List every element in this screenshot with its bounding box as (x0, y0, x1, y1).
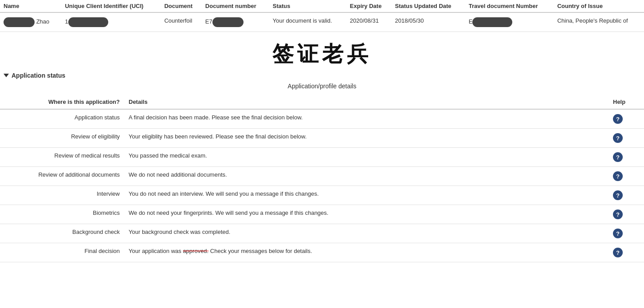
detail-info: We do not need additional documents. (124, 167, 609, 186)
section-title: Application/profile details (0, 83, 644, 90)
help-icon[interactable]: ? (613, 229, 623, 238)
details-table: Where is this application? Details Help … (0, 95, 644, 262)
watermark: 签证老兵 (0, 41, 644, 67)
col-where: Where is this application? (0, 95, 124, 109)
detail-info: Your application was approved. Check you… (124, 243, 609, 262)
table-row: Zhao 1 Counterfoil E7 Your document is v… (0, 12, 644, 32)
detail-row: BiometricsWe do not need your fingerprin… (0, 205, 644, 224)
detail-help[interactable]: ? (609, 167, 644, 186)
detail-info: A final decision has been made. Please s… (124, 109, 609, 129)
detail-where: Interview (0, 186, 124, 205)
detail-where: Review of eligibility (0, 129, 124, 148)
cell-country: China, People's Republic of (554, 12, 644, 32)
detail-info: You do not need an interview. We will se… (124, 186, 609, 205)
detail-where: Biometrics (0, 205, 124, 224)
detail-where: Final decision (0, 243, 124, 262)
col-uci: Unique Client Identifier (UCI) (61, 0, 161, 12)
detail-help[interactable]: ? (609, 243, 644, 262)
help-icon[interactable]: ? (613, 209, 623, 219)
watermark-text: 签证老兵 (272, 40, 372, 68)
detail-help[interactable]: ? (609, 109, 644, 129)
detail-where: Review of medical results (0, 148, 124, 167)
document-table: Name Unique Client Identifier (UCI) Docu… (0, 0, 644, 32)
help-icon[interactable]: ? (613, 171, 623, 181)
detail-help[interactable]: ? (609, 224, 644, 243)
col-country: Country of Issue (554, 0, 644, 12)
approved-text: approved. (183, 248, 208, 254)
col-status-updated: Status Updated Date (391, 0, 465, 12)
detail-info: You passed the medical exam. (124, 148, 609, 167)
detail-row: Review of medical resultsYou passed the … (0, 148, 644, 167)
col-expiry-date: Expiry Date (346, 0, 392, 12)
col-doc-number: Document number (202, 0, 269, 12)
detail-row: InterviewYou do not need an interview. W… (0, 186, 644, 205)
uci-redact (68, 17, 108, 27)
col-document: Document (161, 0, 201, 12)
cell-uci: 1 (61, 12, 161, 32)
detail-info: Your background check was completed. (124, 224, 609, 243)
cell-travel-doc: E (465, 12, 554, 32)
cell-doc-number: E7 (202, 12, 269, 32)
help-icon[interactable]: ? (613, 152, 623, 162)
col-status: Status (269, 0, 346, 12)
help-icon[interactable]: ? (613, 248, 623, 257)
col-details-header: Details (124, 95, 609, 109)
name-redact (4, 17, 35, 27)
detail-where: Application status (0, 109, 124, 129)
app-status-toggle[interactable]: Application status (0, 72, 644, 79)
cell-status: Your document is valid. (269, 12, 346, 32)
col-name: Name (0, 0, 61, 12)
detail-row: Background checkYour background check wa… (0, 224, 644, 243)
help-icon[interactable]: ? (613, 190, 623, 200)
traveldoc-redact (472, 17, 512, 27)
detail-help[interactable]: ? (609, 148, 644, 167)
col-help-header: Help (609, 95, 644, 109)
detail-where: Background check (0, 224, 124, 243)
detail-where: Review of additional documents (0, 167, 124, 186)
app-status-label: Application status (12, 72, 65, 79)
detail-help[interactable]: ? (609, 205, 644, 224)
detail-row: Final decisionYour application was appro… (0, 243, 644, 262)
detail-row: Application statusA final decision has b… (0, 109, 644, 129)
help-icon[interactable]: ? (613, 133, 623, 143)
detail-help[interactable]: ? (609, 129, 644, 148)
detail-row: Review of additional documentsWe do not … (0, 167, 644, 186)
cell-status-updated: 2018/05/30 (391, 12, 465, 32)
col-travel-doc: Travel document Number (465, 0, 554, 12)
help-icon[interactable]: ? (613, 114, 623, 124)
cell-document: Counterfoil (161, 12, 201, 32)
cell-name: Zhao (0, 12, 61, 32)
detail-info: Your eligiblity has been reviewed. Pleas… (124, 129, 609, 148)
docnum-redact (212, 17, 243, 27)
detail-info: We do not need your fingerprints. We wil… (124, 205, 609, 224)
cell-expiry: 2020/08/31 (346, 12, 392, 32)
toggle-icon (4, 74, 9, 77)
detail-help[interactable]: ? (609, 186, 644, 205)
detail-row: Review of eligibilityYour eligiblity has… (0, 129, 644, 148)
